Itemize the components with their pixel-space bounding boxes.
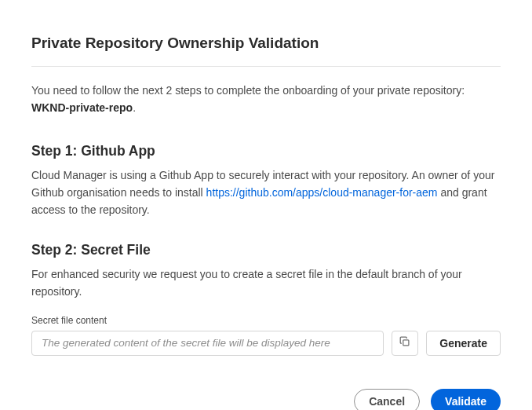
divider xyxy=(31,66,501,67)
intro-prefix: You need to follow the next 2 steps to c… xyxy=(31,84,465,97)
github-app-link[interactable]: https://github.com/apps/cloud-manager-fo… xyxy=(206,186,438,199)
secret-file-input[interactable] xyxy=(31,331,384,356)
cancel-button[interactable]: Cancel xyxy=(354,389,420,410)
step1-heading: Step 1: Github App xyxy=(31,143,501,159)
secret-file-label: Secret file content xyxy=(31,315,501,326)
step2-body: For enhanced security we request you to … xyxy=(31,266,501,300)
secret-file-row: Generate xyxy=(31,331,501,356)
dialog-title: Private Repository Ownership Validation xyxy=(31,35,501,52)
copy-icon xyxy=(399,335,411,350)
step1-body: Cloud Manager is using a Github App to s… xyxy=(31,167,501,218)
generate-button[interactable]: Generate xyxy=(426,331,501,356)
dialog-body: Private Repository Ownership Validation … xyxy=(0,0,532,410)
svg-rect-0 xyxy=(403,340,409,346)
copy-button[interactable] xyxy=(392,331,418,356)
step2-heading: Step 2: Secret File xyxy=(31,242,501,258)
intro-suffix: . xyxy=(133,101,136,114)
validate-button[interactable]: Validate xyxy=(431,389,501,410)
intro-text: You need to follow the next 2 steps to c… xyxy=(31,82,501,116)
repo-name: WKND-private-repo xyxy=(31,101,133,114)
dialog-actions: Cancel Validate xyxy=(31,389,501,410)
